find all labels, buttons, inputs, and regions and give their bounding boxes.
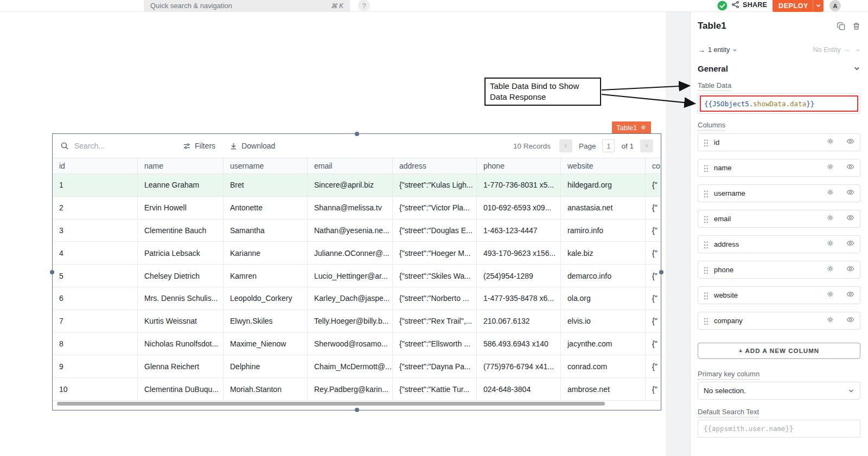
help-icon[interactable]: ? bbox=[358, 0, 370, 11]
table-cell[interactable]: 586.493.6943 x140 bbox=[477, 333, 561, 355]
table-cell[interactable]: ambrose.net bbox=[561, 378, 646, 400]
table-row[interactable]: 7Kurtis WeissnatElwyn.SkilesTelly.Hoeger… bbox=[53, 310, 661, 333]
table-cell[interactable]: Chaim_McDermott@... bbox=[308, 355, 393, 377]
panel-column-website[interactable]: website bbox=[698, 286, 860, 304]
table-cell[interactable]: ramiro.info bbox=[561, 220, 646, 242]
table-cell[interactable]: Rey.Padberg@karin... bbox=[308, 378, 393, 400]
table-cell[interactable]: Antonette bbox=[224, 197, 308, 219]
table-row[interactable]: 4Patricia LebsackKarianneJulianne.OConne… bbox=[53, 242, 661, 265]
table-cell[interactable]: {" bbox=[646, 287, 661, 310]
table-cell[interactable]: Julianne.OConner@... bbox=[308, 242, 393, 264]
deploy-button[interactable]: DEPLOY bbox=[773, 0, 824, 12]
table-cell[interactable]: (775)976-6794 x41... bbox=[477, 355, 561, 377]
table-cell[interactable]: {" bbox=[646, 333, 661, 355]
panel-column-id[interactable]: id bbox=[698, 133, 860, 151]
column-settings-icon[interactable] bbox=[826, 188, 834, 198]
table-row[interactable]: 6Mrs. Dennis Schulis...Leopoldo_CorkeryK… bbox=[53, 287, 661, 310]
column-visibility-icon[interactable] bbox=[846, 290, 854, 300]
table-cell[interactable]: {"street":"Kattie Tur... bbox=[393, 378, 477, 400]
column-visibility-icon[interactable] bbox=[846, 265, 854, 275]
drag-handle-icon[interactable] bbox=[704, 266, 709, 274]
column-header-2[interactable]: username bbox=[224, 158, 308, 174]
panel-column-address[interactable]: address bbox=[698, 235, 860, 253]
table-cell[interactable]: ola.org bbox=[561, 287, 646, 310]
table-cell[interactable]: Nathan@yesenia.ne... bbox=[308, 220, 393, 242]
table-cell[interactable]: Sherwood@rosamo... bbox=[308, 333, 393, 355]
column-visibility-icon[interactable] bbox=[846, 188, 854, 198]
table-row[interactable]: 10Clementina DuBuqu...Moriah.StantonRey.… bbox=[53, 378, 661, 401]
table-cell[interactable]: Sincere@april.biz bbox=[308, 174, 393, 196]
table-cell[interactable]: {"street":"Douglas E... bbox=[393, 220, 477, 242]
table-cell[interactable]: 1-770-736-8031 x5... bbox=[477, 174, 561, 196]
column-header-1[interactable]: name bbox=[138, 158, 224, 174]
table-cell[interactable]: kale.biz bbox=[561, 242, 646, 264]
panel-column-username[interactable]: username bbox=[698, 184, 860, 202]
drag-handle-icon[interactable] bbox=[704, 215, 709, 223]
table-cell[interactable]: Karianne bbox=[224, 242, 308, 264]
table-cell[interactable]: 2 bbox=[53, 197, 138, 219]
table-cell[interactable]: {" bbox=[646, 197, 661, 219]
column-settings-icon[interactable] bbox=[826, 316, 834, 326]
table-cell[interactable]: 7 bbox=[53, 310, 138, 332]
table-cell[interactable]: 1-463-123-4447 bbox=[477, 220, 561, 242]
table-cell[interactable]: jacynthe.com bbox=[561, 333, 646, 355]
table-cell[interactable]: 024-648-3804 bbox=[477, 378, 561, 400]
table-cell[interactable]: Samantha bbox=[224, 220, 308, 242]
table-cell[interactable]: 493-170-9623 x156... bbox=[477, 242, 561, 264]
drag-handle-icon[interactable] bbox=[704, 317, 709, 325]
column-settings-icon[interactable] bbox=[826, 265, 834, 275]
drag-handle-icon[interactable] bbox=[704, 164, 709, 172]
table-cell[interactable]: hildegard.org bbox=[561, 174, 646, 196]
delete-icon[interactable] bbox=[852, 22, 860, 30]
horizontal-scrollbar[interactable] bbox=[57, 402, 605, 406]
drag-handle-icon[interactable] bbox=[704, 139, 709, 146]
table-cell[interactable]: Bret bbox=[224, 174, 308, 196]
column-visibility-icon[interactable] bbox=[846, 239, 854, 249]
table-cell[interactable]: 3 bbox=[53, 220, 138, 242]
next-page-button[interactable] bbox=[640, 139, 653, 152]
column-settings-icon[interactable] bbox=[826, 239, 834, 249]
table-row[interactable]: 1Leanne GrahamBretSincere@april.biz{"str… bbox=[53, 174, 661, 197]
table-row[interactable]: 5Chelsey DietrichKamrenLucio_Hettinger@a… bbox=[53, 265, 661, 287]
table-cell[interactable]: {"street":"Kulas Ligh... bbox=[393, 174, 477, 196]
table-cell[interactable]: Leanne Graham bbox=[138, 174, 224, 196]
table-cell[interactable]: 5 bbox=[53, 265, 138, 287]
column-visibility-icon[interactable] bbox=[846, 316, 854, 326]
column-header-7[interactable]: co bbox=[646, 158, 661, 174]
table-cell[interactable]: {" bbox=[646, 355, 661, 377]
column-header-5[interactable]: phone bbox=[477, 158, 561, 174]
quick-search-input[interactable]: Quick search & navigation ⌘ K bbox=[144, 0, 350, 11]
table-cell[interactable]: Delphine bbox=[224, 355, 308, 377]
widget-name-badge[interactable]: Table1 bbox=[612, 121, 651, 133]
table-row[interactable]: 3Clementine BauchSamanthaNathan@yesenia.… bbox=[53, 220, 661, 242]
column-settings-icon[interactable] bbox=[826, 137, 834, 147]
download-button[interactable]: Download bbox=[229, 142, 275, 150]
panel-column-name[interactable]: name bbox=[698, 159, 860, 177]
avatar[interactable]: A bbox=[829, 0, 841, 11]
table-cell[interactable]: Nicholas Runolfsdot... bbox=[138, 333, 224, 355]
table-cell[interactable]: {"street":"Rex Trail",... bbox=[393, 310, 477, 332]
column-settings-icon[interactable] bbox=[826, 214, 834, 224]
chevron-down-icon[interactable] bbox=[732, 48, 737, 53]
column-header-6[interactable]: website bbox=[561, 158, 646, 174]
table-cell[interactable]: Kurtis Weissnat bbox=[138, 310, 224, 332]
table-cell[interactable]: Glenna Reichert bbox=[138, 355, 224, 377]
table-cell[interactable]: 6 bbox=[53, 287, 138, 310]
panel-column-email[interactable]: email bbox=[698, 210, 860, 228]
table-cell[interactable]: Leopoldo_Corkery bbox=[224, 287, 308, 310]
table-search-input[interactable]: Search... bbox=[60, 142, 183, 150]
deploy-chevron-icon[interactable] bbox=[813, 3, 824, 9]
drag-handle-icon[interactable] bbox=[704, 190, 709, 197]
table-cell[interactable]: {"street":"Hoeger M... bbox=[393, 242, 477, 264]
table-cell[interactable]: 9 bbox=[53, 355, 138, 377]
table-cell[interactable]: 10 bbox=[53, 378, 138, 400]
column-header-0[interactable]: id bbox=[53, 158, 138, 174]
table-cell[interactable]: Kamren bbox=[224, 265, 308, 287]
entity-count[interactable]: 1 entity bbox=[708, 46, 730, 54]
table-cell[interactable]: 1 bbox=[53, 174, 138, 196]
table-cell[interactable]: Karley_Dach@jaspe... bbox=[308, 287, 393, 310]
table-cell[interactable]: elvis.io bbox=[561, 310, 646, 332]
column-header-3[interactable]: email bbox=[308, 158, 393, 174]
table-cell[interactable]: {"street":"Dayna Pa... bbox=[393, 355, 477, 377]
add-column-button[interactable]: + ADD A NEW COLUMN bbox=[698, 343, 860, 359]
